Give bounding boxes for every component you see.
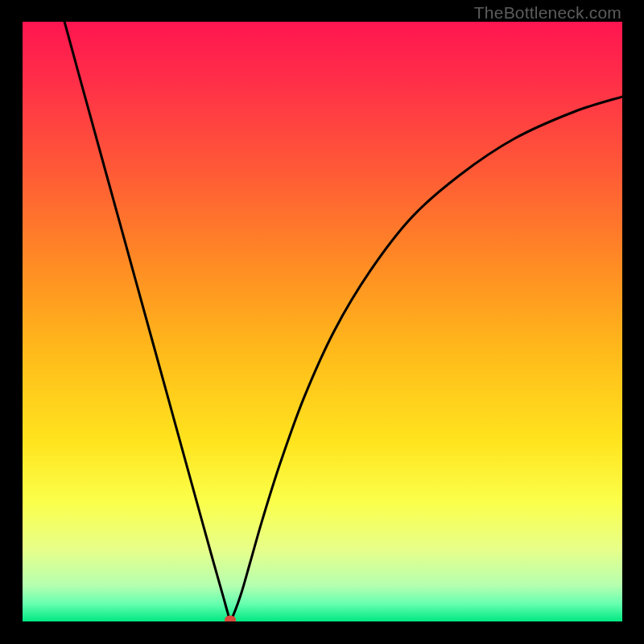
optimal-point-marker	[225, 615, 236, 621]
bottleneck-curve	[23, 22, 622, 621]
plot-area	[23, 22, 622, 621]
watermark-text: TheBottleneck.com	[474, 3, 621, 23]
chart-frame: TheBottleneck.com	[0, 0, 644, 644]
